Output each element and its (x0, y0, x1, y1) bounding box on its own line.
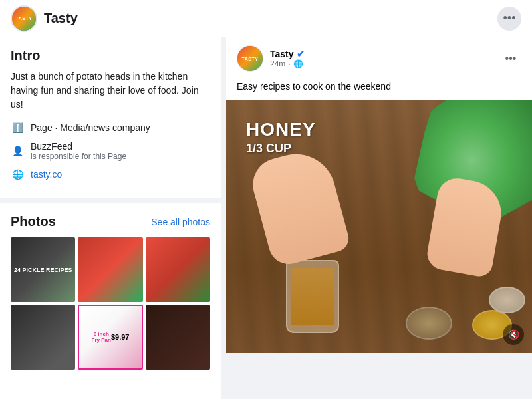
more-button[interactable]: ••• (497, 7, 521, 31)
photo-thumb-2[interactable] (78, 237, 142, 302)
bowl-1 (406, 307, 452, 340)
responsible-name: BuzzFeed (31, 141, 126, 152)
see-all-photos-link[interactable]: See all photos (151, 217, 210, 227)
dot-separator: · (288, 59, 290, 68)
bowl-3 (489, 287, 525, 313)
author-text: Tasty (270, 49, 294, 59)
photos-section: Photos See all photos 24 PICKLE RECIPES … (0, 203, 221, 380)
responsible-subtext: is responsible for this Page (31, 152, 126, 161)
honey-overlay-title: HONEY (246, 119, 316, 140)
globe-icon: 🌐 (11, 168, 24, 181)
photos-header: Photos See all photos (11, 214, 210, 229)
photo-label-2 (78, 237, 142, 302)
post-media[interactable]: HONEY 1/3 CUP 🔇 (226, 100, 532, 353)
person-icon: 👤 (11, 144, 24, 158)
top-bar: TASTY Tasty ••• (0, 0, 532, 37)
post-more-button[interactable]: ••• (500, 48, 521, 69)
photo-thumb-5[interactable]: 8 inchFry Pan$9.97 (78, 305, 142, 369)
post-card: TASTY Tasty ✔ 24m · 🌐 ••• Easy recipes (226, 37, 532, 353)
page-name: Tasty (44, 11, 78, 26)
info-icon: ℹ️ (11, 121, 24, 134)
intro-website-row: 🌐 tasty.co (11, 168, 210, 181)
post-author-name: Tasty ✔ (270, 49, 493, 59)
page-avatar: TASTY (11, 5, 37, 32)
intro-section: Intro Just a bunch of potato heads in th… (0, 37, 221, 203)
honey-overlay-amount: 1/3 CUP (246, 142, 291, 156)
post-author-avatar: TASTY (237, 45, 263, 72)
post-header: TASTY Tasty ✔ 24m · 🌐 ••• (226, 37, 532, 80)
verified-badge: ✔ (297, 49, 305, 59)
photo-thumb-3[interactable] (146, 237, 210, 302)
photo-label-5: 8 inchFry Pan$9.97 (79, 306, 141, 368)
post-tasty-logo: TASTY (237, 46, 263, 71)
intro-page-row: ℹ️ Page · Media/news company (11, 121, 210, 134)
post-text: Easy recipes to cook on the weekend (226, 80, 532, 100)
photo-label-6 (146, 305, 210, 369)
main-content: Intro Just a bunch of potato heads in th… (0, 37, 532, 399)
tasty-logo: TASTY (12, 7, 36, 31)
responsible-info: BuzzFeed is responsible for this Page (31, 141, 126, 161)
post-time: 24m (270, 59, 285, 68)
intro-title: Intro (11, 48, 210, 63)
photo-label-3 (146, 237, 210, 302)
photo-thumb-6[interactable] (146, 305, 210, 369)
post-meta: 24m · 🌐 (270, 59, 493, 68)
mute-button[interactable]: 🔇 (503, 324, 524, 345)
hand-left (247, 145, 351, 269)
photo-thumb-1[interactable]: 24 PICKLE RECIPES (11, 237, 75, 302)
right-panel: TASTY Tasty ✔ 24m · 🌐 ••• Easy recipes (226, 37, 532, 399)
food-scene: HONEY 1/3 CUP 🔇 (226, 100, 532, 353)
intro-responsible-row: 👤 BuzzFeed is responsible for this Page (11, 141, 210, 161)
post-audience: 🌐 (293, 59, 303, 68)
post-header-info: Tasty ✔ 24m · 🌐 (270, 49, 493, 68)
page-type-text: Page · Media/news company (31, 122, 150, 133)
left-panel: Intro Just a bunch of potato heads in th… (0, 37, 226, 399)
photo-label-4 (11, 305, 75, 369)
photo-label-1: 24 PICKLE RECIPES (11, 237, 75, 302)
photos-title: Photos (11, 214, 56, 229)
website-link[interactable]: tasty.co (31, 169, 62, 180)
top-bar-left: TASTY Tasty (11, 5, 78, 32)
photo-thumb-4[interactable] (11, 305, 75, 369)
glass-pitcher (286, 260, 339, 333)
intro-description: Just a bunch of potato heads in the kitc… (11, 70, 210, 112)
photos-grid: 24 PICKLE RECIPES 8 inchFry Pan$9.97 (11, 237, 210, 370)
